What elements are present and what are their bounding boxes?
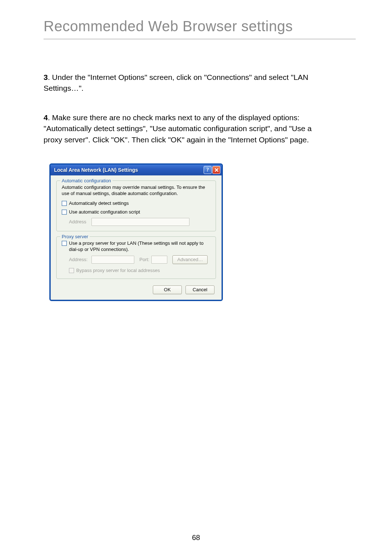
step-3-number: 3 — [44, 73, 48, 81]
autoconf-description: Automatic configuration may override man… — [62, 184, 211, 197]
automatic-configuration-group: Automatic configuration Automatic config… — [56, 180, 216, 231]
step-3: 3. Under the "Internet Options" screen, … — [44, 72, 327, 94]
close-button[interactable]: ✕ — [212, 166, 220, 174]
bypass-checkbox[interactable] — [69, 268, 74, 273]
script-address-row: Address — [69, 218, 211, 226]
proxy-port-label: Port: — [139, 256, 149, 263]
bypass-row: Bypass proxy server for local addresses — [69, 268, 211, 273]
lan-settings-dialog: Local Area Network (LAN) Settings ? ✕ Au… — [49, 163, 223, 301]
document-page: Recommended Web Browser settings 3. Unde… — [0, 0, 392, 560]
step-4: 4. Make sure there are no check marks ne… — [44, 112, 327, 145]
advanced-button[interactable]: Advanced… — [172, 255, 208, 264]
use-proxy-checkbox[interactable] — [62, 241, 67, 246]
page-title: Recommended Web Browser settings — [44, 18, 356, 39]
use-script-label: Use automatic configuration script — [69, 209, 140, 215]
bypass-label: Bypass proxy server for local addresses — [76, 268, 160, 273]
script-address-input[interactable] — [91, 218, 189, 226]
page-number: 68 — [0, 533, 392, 542]
script-address-label: Address — [69, 219, 91, 226]
step-4-text: . Make sure there are no check marks nex… — [44, 113, 312, 144]
proxy-legend: Proxy server — [60, 234, 90, 240]
cancel-button[interactable]: Cancel — [185, 285, 215, 294]
dialog-footer: OK Cancel — [56, 284, 216, 294]
proxy-address-label: Address: — [69, 256, 91, 263]
use-proxy-label: Use a proxy server for your LAN (These s… — [69, 240, 211, 252]
autoconf-legend: Automatic configuration — [60, 178, 113, 184]
use-proxy-row: Use a proxy server for your LAN (These s… — [62, 240, 211, 252]
page-content: 3. Under the "Internet Options" screen, … — [44, 72, 327, 301]
proxy-port-input[interactable] — [151, 256, 167, 264]
step-4-number: 4 — [44, 113, 48, 122]
use-script-checkbox[interactable] — [62, 210, 67, 215]
help-button[interactable]: ? — [204, 166, 212, 174]
proxy-address-input[interactable] — [91, 256, 134, 264]
use-script-row: Use automatic configuration script — [62, 209, 211, 215]
detect-settings-checkbox[interactable] — [62, 201, 67, 206]
dialog-title: Local Area Network (LAN) Settings — [54, 166, 203, 174]
proxy-server-group: Proxy server Use a proxy server for your… — [56, 236, 216, 279]
proxy-address-row: Address: Port: Advanced… — [69, 255, 211, 264]
ok-button[interactable]: OK — [153, 285, 182, 294]
detect-settings-label: Automatically detect settings — [69, 200, 129, 206]
dialog-titlebar: Local Area Network (LAN) Settings ? ✕ — [50, 165, 222, 175]
detect-settings-row: Automatically detect settings — [62, 200, 211, 206]
dialog-screenshot: Local Area Network (LAN) Settings ? ✕ Au… — [49, 163, 327, 301]
dialog-body: Automatic configuration Automatic config… — [50, 175, 222, 300]
step-3-text: . Under the "Internet Options" screen, c… — [44, 73, 309, 92]
